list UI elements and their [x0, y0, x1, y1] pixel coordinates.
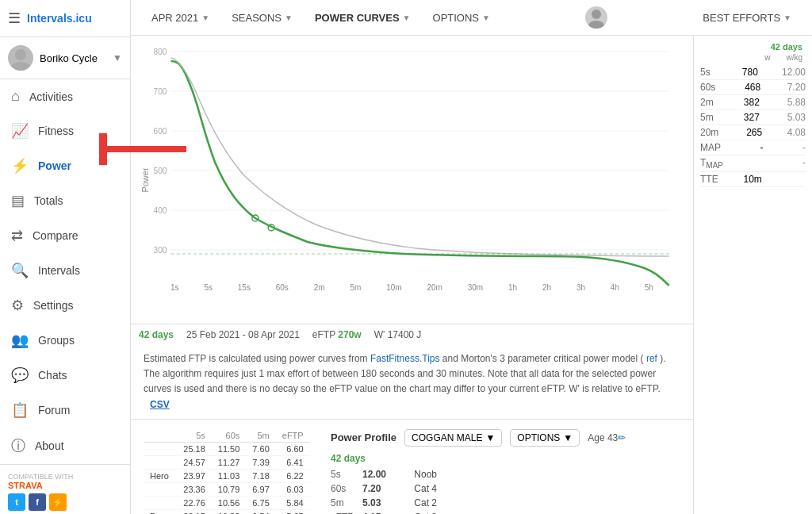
pp-table-row: 25.1811.507.606.60 [144, 442, 310, 455]
pp-data-row: 5s12.00Noob [331, 467, 445, 481]
sidebar-item-label-fitness: Fitness [38, 125, 74, 137]
be-row-wkg: 5.88 [777, 97, 806, 108]
pp-row-5m: 6.75 [246, 496, 275, 509]
pp-row-label [144, 496, 177, 509]
best-efforts-button[interactable]: BEST EFFORTS ▼ [695, 8, 799, 28]
pp-row-label: Hero [144, 469, 177, 482]
pp-data-label: 5m [331, 496, 362, 510]
sidebar-item-settings[interactable]: ⚙Settings [0, 288, 130, 323]
chart-area: Power 800 700 600 500 [131, 36, 693, 514]
strava-logo: STRAVA [8, 481, 122, 490]
pp-table-row: Hero23.9711.037.186.22 [144, 469, 310, 482]
sidebar-item-groups[interactable]: 👥Groups [0, 323, 130, 358]
pp-col-5m: 5m [246, 429, 275, 443]
be-row-wkg: 4.08 [777, 127, 806, 138]
user-name: Boriko Cycle [40, 52, 106, 64]
be-header: 42 days [700, 42, 806, 52]
be-row: TMAP- [700, 155, 806, 172]
lightning-icon[interactable]: ⚡ [49, 493, 67, 511]
sidebar-item-intervals[interactable]: 🔍Intervals [0, 253, 130, 288]
be-row-w: 10m [733, 174, 762, 185]
pp-row-60s: 10.79 [212, 482, 247, 496]
power-profile-section: 5s 60s 5m eFTP 25.1811.507.606.6024.5711… [131, 420, 693, 514]
sidebar-item-label-totals: Totals [34, 194, 63, 207]
be-rows-container: 5s78012.0060s4687.202m3825.885m3275.0320… [700, 65, 806, 187]
sidebar-item-about[interactable]: ⓘAbout [0, 428, 130, 464]
chart-eftp-label: eFTP 270w [312, 329, 362, 340]
chats-icon: 💬 [11, 366, 29, 384]
topbar-avatar[interactable] [585, 6, 607, 29]
pp-row-60s: 11.27 [212, 455, 247, 469]
pp-row-label [144, 455, 177, 469]
pp-row-eftp: 6.41 [276, 455, 310, 469]
pp-data-row: 60s7.20Cat 4 [331, 481, 445, 496]
svg-point-5 [588, 21, 604, 29]
intervals-icon: 🔍 [11, 262, 29, 279]
pp-row-eftp: 6.22 [276, 469, 310, 482]
user-section[interactable]: Boriko Cycle ▼ [0, 37, 130, 79]
x-tick: 1h [508, 283, 517, 292]
pp-info-area: Power Profile COGGAN MALE ▼ OPTIONS ▼ Ag… [331, 429, 680, 504]
pp-data-level: Noob [414, 467, 445, 481]
hamburger-icon[interactable]: ☰ [8, 10, 21, 27]
groups-icon: 👥 [11, 332, 29, 349]
pp-data-value: 12.00 [362, 467, 414, 481]
power-icon: ⚡ [11, 157, 29, 175]
x-tick: 20m [427, 283, 442, 292]
be-row-w: 327 [731, 112, 760, 123]
pp-row-5s: 23.97 [177, 469, 212, 482]
sidebar-logo: Intervals.icu [27, 12, 92, 25]
age-edit-icon[interactable]: ✏ [618, 432, 626, 443]
be-row-label: 60s [700, 82, 715, 93]
options-chevron-icon: ▼ [482, 13, 490, 22]
power-curves-chevron-icon: ▼ [403, 13, 411, 22]
coggan-dropdown[interactable]: COGGAN MALE ▼ [404, 429, 502, 447]
pp-row-5s: 23.36 [177, 482, 212, 496]
sidebar-item-activities[interactable]: ⌂Activities [0, 79, 130, 113]
csv-link[interactable]: CSV [150, 399, 170, 410]
x-tick: 60s [276, 283, 289, 292]
twitter-icon[interactable]: t [8, 493, 25, 511]
ref-link[interactable]: ref [646, 353, 657, 364]
sidebar-item-power[interactable]: ⚡Power [0, 148, 130, 183]
sidebar-item-fitness[interactable]: 📈Fitness [0, 113, 130, 148]
be-row: MAP-- [700, 140, 806, 155]
sidebar-item-compare[interactable]: ⇄Compare [0, 218, 130, 253]
power-curves-button[interactable]: POWER CURVES ▼ [307, 8, 419, 28]
pp-row-eftp: 6.60 [276, 442, 310, 455]
svg-point-4 [592, 10, 601, 19]
sidebar-item-label-groups: Groups [38, 334, 75, 347]
options-button[interactable]: OPTIONS ▼ [425, 8, 498, 28]
pp-data-level: Cat 3 [414, 510, 445, 514]
activities-icon: ⌂ [11, 88, 20, 105]
be-row: 20m2654.08 [700, 125, 806, 140]
compatible-label: COMPATIBLE WITH [8, 473, 122, 481]
facebook-icon[interactable]: f [29, 493, 46, 511]
be-row-w: - [735, 142, 764, 153]
seasons-button[interactable]: SEASONS ▼ [224, 8, 301, 28]
pp-row-label [144, 442, 177, 455]
pp-table-row: 23.3610.796.976.03 [144, 482, 310, 496]
pp-row-eftp: 5.65 [276, 509, 310, 514]
be-row: 2m3825.88 [700, 95, 806, 110]
pp-row-eftp: 5.84 [276, 496, 310, 509]
sidebar-item-totals[interactable]: ▤Totals [0, 183, 130, 218]
nav-container: ⌂Activities📈Fitness⚡Power▤Totals⇄Compare… [0, 79, 130, 464]
sidebar-item-forum[interactable]: 📋Forum [0, 393, 130, 428]
svg-text:800: 800 [154, 48, 167, 56]
date-button[interactable]: APR 2021 ▼ [144, 8, 217, 28]
pp-row-60s: 10.56 [212, 496, 247, 509]
chart-dates: 25 Feb 2021 - 08 Apr 2021 [186, 329, 300, 340]
sidebar-item-chats[interactable]: 💬Chats [0, 358, 130, 393]
pp-table-row: 24.5711.277.396.41 [144, 455, 310, 469]
pp-data-row: 5m5.03Cat 2 [331, 496, 445, 510]
pp-options-dropdown[interactable]: OPTIONS ▼ [510, 429, 580, 447]
pp-row-5s: 24.57 [177, 455, 212, 469]
seasons-chevron-icon: ▼ [285, 13, 293, 22]
y-axis-label: Power [140, 167, 150, 192]
pp-row-label [144, 482, 177, 496]
x-tick: 5m [350, 283, 361, 292]
fastfitness-link[interactable]: FastFitness.Tips [370, 353, 440, 364]
pp-row-5m: 7.18 [246, 469, 275, 482]
sidebar-item-label-activities: Activities [29, 90, 73, 103]
